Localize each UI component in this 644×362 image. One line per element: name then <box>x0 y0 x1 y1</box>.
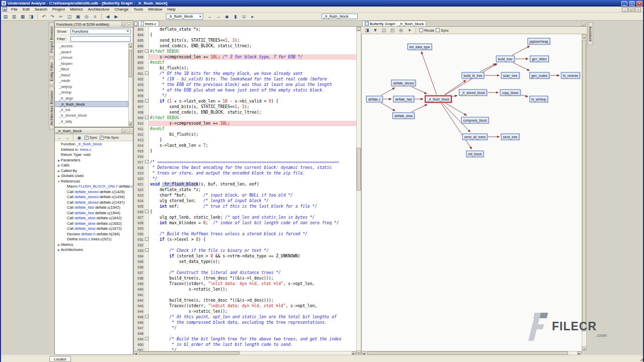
butterfly-graph-canvas[interactable]: set_data_typepqdownheapbuild_treegen_bit… <box>361 34 582 351</box>
graph-node[interactable]: init_block <box>466 151 484 157</box>
graph-node[interactable]: deflate_slow <box>392 113 415 119</box>
menu-item-tools[interactable]: Tools <box>131 7 145 12</box>
info-tree-row[interactable]: ▶Parameters <box>55 158 132 163</box>
info-browser-icon[interactable]: ▸ <box>249 13 257 20</box>
fold-marker[interactable]: - <box>145 315 148 318</box>
code-line[interactable]: 945- /* At this point, opt_len and stati… <box>134 314 356 320</box>
expand-arrow[interactable]: ▶ <box>57 163 61 168</box>
copy-icon[interactable]: ◫ <box>65 13 73 20</box>
expand-arrow[interactable]: ▶ <box>57 247 61 253</box>
code-line[interactable]: 903 * the EOB of the previous block) was… <box>134 82 356 87</box>
save-graph-icon[interactable]: ▼ <box>371 27 379 34</box>
graph-node[interactable]: deflate_fast <box>393 96 414 103</box>
chevron-down-icon[interactable]: ▼ <box>199 15 202 18</box>
reuse-checkbox[interactable]: Reuse <box>419 28 434 32</box>
graph-node[interactable]: deflate.c <box>366 96 383 103</box>
code-line[interactable]: 943 Tracev((stderr, "\ndist data: dyn %l… <box>134 303 356 309</box>
code-line[interactable]: 951 */ <box>134 347 356 351</box>
fold-marker[interactable]: - <box>145 116 148 119</box>
code-line[interactable]: 919 * trees or store, and output the enc… <box>134 170 356 176</box>
close-button[interactable]: × <box>636 1 642 6</box>
expand-arrow[interactable]: ▶ <box>57 168 61 174</box>
function-list-item[interactable]: _tr_flush_block <box>55 101 128 107</box>
code-line[interactable]: 942 build_tree(s, (tree_desc *)(&(s->d_d… <box>134 298 356 303</box>
code-line[interactable]: 923 charf *buf; /* input block, or NULL … <box>134 193 356 198</box>
code-line[interactable]: 904 * of the EOB plus what we have just … <box>134 87 356 93</box>
scroll-left-icon[interactable]: ◀ <box>362 351 366 354</box>
code-line[interactable]: 941 <box>134 292 356 298</box>
file-sync-checkbox[interactable]: File Sync <box>100 136 119 140</box>
search-input[interactable] <box>321 14 358 19</box>
info-tree-row[interactable]: ▼References <box>55 179 132 185</box>
filter-input[interactable] <box>70 36 131 42</box>
title-bar[interactable]: U Understand Analyst - C:\sti\sample\zli… <box>0 0 644 7</box>
cut-icon[interactable]: ✂ <box>57 13 65 20</box>
sync-checkbox[interactable]: Sync <box>85 136 98 140</box>
scrollbar-thumb[interactable] <box>129 50 132 77</box>
graph-node[interactable]: build_bl_tree <box>461 72 484 79</box>
code-line[interactable]: 915} <box>134 148 356 154</box>
graph-horizontal-scrollbar[interactable]: ◀ ▶ <box>361 351 582 355</box>
expand-arrow[interactable]: ▼ <box>57 179 61 185</box>
graph-node[interactable]: bi_windup <box>529 96 548 103</box>
paste-icon[interactable]: ▣ <box>74 13 82 20</box>
info-tree-row[interactable]: ▶Globals Used <box>55 173 132 179</box>
entity-link[interactable]: deflate_slow <box>74 221 96 226</box>
code-line[interactable]: 949- /* Build the bit length tree for th… <box>134 336 356 342</box>
graph-node[interactable]: deflate_stored <box>391 80 416 86</box>
code-line[interactable]: 924 ulg stored_len; /* length of input b… <box>134 198 356 204</box>
close-panel-icon[interactable]: × <box>127 22 131 27</box>
graph-node[interactable]: bi_reverse <box>561 72 580 79</box>
dock-tab-architecture-browser[interactable]: Architecture Browser <box>49 86 54 130</box>
code-line[interactable]: 928 int max_blindex = 0; /* index of las… <box>134 220 356 226</box>
entity-link[interactable]: deflate_stored <box>74 190 99 194</box>
forward-icon[interactable]: → <box>214 13 222 20</box>
function-list-item[interactable]: _tr_stored_block <box>55 113 128 119</box>
graph-node[interactable]: pqdownheap <box>527 38 550 45</box>
code-line[interactable]: 909-#ifdef DEBUG <box>134 115 356 121</box>
export-graph-icon[interactable]: ◰ <box>388 27 396 34</box>
code-line[interactable]: 899#endif <box>134 60 356 65</box>
expand-arrow[interactable]: ▶ <box>57 173 61 179</box>
code-line[interactable]: 940 s->static_len)); <box>134 287 356 292</box>
code-line[interactable]: 905 */ <box>134 93 356 99</box>
entity-link[interactable]: deflate_fast <box>74 205 94 210</box>
fold-marker[interactable]: - <box>145 210 148 213</box>
expand-arrow[interactable]: ▶ <box>57 158 61 163</box>
function-list-item[interactable]: _flsbuf <box>55 72 128 78</box>
fold-marker[interactable]: - <box>145 337 148 340</box>
code-line[interactable]: 897-#ifdef DEBUG <box>134 49 356 54</box>
code-editor[interactable]: 893 deflate_state *s;894{895 send_bits(s… <box>133 27 356 351</box>
editor-vertical-scrollbar[interactable]: ▲ ▼ <box>356 27 361 355</box>
entity-link[interactable]: deflate_slow <box>74 226 96 231</box>
code-line[interactable]: 934 if (stored_len > 0 && s->strm->data_… <box>134 253 356 259</box>
code-line[interactable]: 925 int eof; /* true if this is the last… <box>134 204 356 209</box>
scroll-up-icon[interactable]: ▲ <box>357 27 361 31</box>
menu-item-help[interactable]: Help <box>165 7 178 12</box>
graph-node[interactable]: copy_block <box>500 89 521 96</box>
graph-sync-checkbox[interactable]: Sync <box>436 28 449 32</box>
entity-link[interactable]: deflate_stored <box>74 200 99 205</box>
code-line[interactable]: 936 <box>134 264 356 270</box>
zoom-graph-icon[interactable]: ◎ <box>397 27 405 34</box>
function-list[interactable]: _access_assert_chmod_fdopen_filbuf_flsbu… <box>55 43 128 126</box>
code-line[interactable]: 902 * (10 - bi_valid) bits. The lookahea… <box>134 76 356 82</box>
menu-item-change[interactable]: Change <box>112 7 131 12</box>
menu-item-window[interactable]: Window <box>145 7 165 12</box>
fold-marker[interactable]: - <box>145 49 148 53</box>
code-line[interactable]: 910 s->compressed_len += 10L; <box>134 121 356 126</box>
code-line[interactable]: 912 bi_flush(s); <box>134 132 356 137</box>
function-list-item[interactable]: _chmod <box>55 55 128 61</box>
entity-link[interactable]: FLUSH_BLOCK_ONLY <box>78 184 118 189</box>
graph-node[interactable]: scan_tree <box>501 72 520 79</box>
function-list-item[interactable]: _strdup <box>55 89 128 96</box>
code-line[interactable]: 916 <box>134 154 356 159</box>
mdi-child-icon[interactable]: ◆ <box>3 7 7 12</box>
code-line[interactable]: 937 /* Construct the literal and distanc… <box>134 270 356 276</box>
entity-link[interactable]: deflate_stored <box>74 195 99 199</box>
print-graph-icon[interactable]: ◨ <box>363 27 371 34</box>
function-list-scrollbar[interactable]: ▲ ▼ <box>128 43 132 126</box>
code-line[interactable]: 944 s->static_len)); <box>134 309 356 314</box>
code-line[interactable]: 930 /* Build the Huffman trees unless a … <box>134 231 356 237</box>
code-line[interactable]: 938 build_tree(s, (tree_desc *)(&(s->l_d… <box>134 276 356 281</box>
